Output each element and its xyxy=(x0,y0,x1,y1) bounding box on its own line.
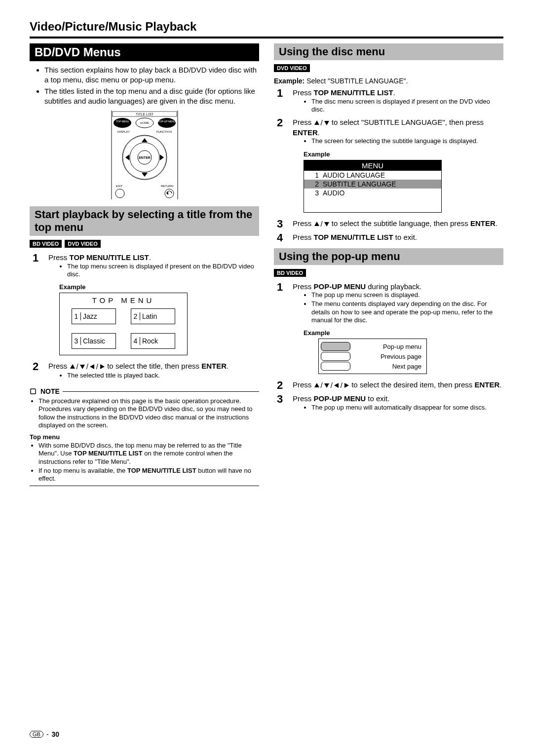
page-title: Video/Picture/Music Playback xyxy=(30,20,503,38)
svg-text:TITLE LIST: TITLE LIST xyxy=(136,113,154,116)
left-column: BD/DVD Menus This section explains how t… xyxy=(30,43,259,493)
step-number: 3 xyxy=(277,394,286,413)
svg-marker-32 xyxy=(324,121,329,125)
step-text: Press /// to select the desired item, th… xyxy=(293,380,503,391)
heading-start-playback: Start playback by selecting a title from… xyxy=(30,206,259,236)
svg-marker-18 xyxy=(125,154,129,160)
step-number: 2 xyxy=(33,361,41,380)
svg-marker-37 xyxy=(334,383,339,388)
svg-text:FUNCTION: FUNCTION xyxy=(156,130,172,133)
footer: GB - 30 xyxy=(30,730,59,738)
example-label: Example xyxy=(304,329,503,337)
step-text: Press POP-UP MENU to exit. The pop up me… xyxy=(293,394,503,413)
svg-point-3 xyxy=(114,118,131,128)
badge-dvd-video: DVD VIDEO xyxy=(274,64,310,72)
badge-bd-video: BD VIDEO xyxy=(274,269,306,277)
menu-row: 3AUDIO xyxy=(304,189,441,197)
page-number: 30 xyxy=(52,730,60,738)
svg-point-23 xyxy=(165,189,174,198)
svg-marker-28 xyxy=(80,365,85,369)
top-menu-example: TOP MENU 1Jazz 2Latin 3Classic 4Rock xyxy=(59,293,188,355)
svg-text:POP-UP MENU: POP-UP MENU xyxy=(158,120,176,123)
arrow-up-down-left-right-icon: /// xyxy=(314,380,350,390)
top-menu-cell: 4Rock xyxy=(131,333,175,349)
svg-text:HOME: HOME xyxy=(140,121,149,124)
svg-marker-36 xyxy=(324,383,329,388)
intro-bullet: The titles listed in the top menu and a … xyxy=(44,86,259,106)
svg-marker-30 xyxy=(100,364,105,369)
svg-text:RETURN: RETURN xyxy=(161,185,173,188)
popup-row: Next page xyxy=(321,362,424,371)
svg-marker-16 xyxy=(142,138,148,142)
subheading-top-menu: Top menu xyxy=(30,433,259,441)
note-label: NOTE xyxy=(40,387,60,395)
svg-text:ENTER: ENTER xyxy=(139,156,151,159)
note-bullet: The procedure explained on this page is … xyxy=(38,397,259,429)
top-menu-cell: 3Classic xyxy=(72,333,116,349)
example-line: Example: Select "SUBTITLE LANGUAGE". xyxy=(274,77,503,85)
svg-marker-19 xyxy=(160,154,164,160)
step-number: 3 xyxy=(277,219,286,229)
menu-row: 1AUDIO LANGUAGE xyxy=(304,171,441,180)
step-text: Press / to select "SUBTITLE LANGUAGE", t… xyxy=(293,117,503,147)
svg-marker-33 xyxy=(314,222,319,226)
step-number: 1 xyxy=(277,282,286,326)
top-menu-title: TOP MENU xyxy=(65,296,182,304)
footer-gb: GB xyxy=(30,731,43,738)
svg-marker-35 xyxy=(314,383,319,387)
popup-example: Pop-up menu Previous page Next page xyxy=(318,339,427,374)
intro-bullet: This section explains how to play back a… xyxy=(44,65,259,84)
badge-dvd-video: DVD VIDEO xyxy=(65,240,101,248)
popup-row: Pop-up menu xyxy=(321,342,424,351)
step-number: 2 xyxy=(277,380,286,391)
step-text: Press /// to select the title, then pres… xyxy=(48,361,259,380)
svg-point-7 xyxy=(158,118,176,128)
menu-header: MENU xyxy=(304,160,441,171)
svg-text:EXIT: EXIT xyxy=(116,185,123,188)
step-number: 2 xyxy=(277,117,286,147)
svg-text:TOP MENU: TOP MENU xyxy=(115,120,129,123)
svg-marker-29 xyxy=(90,364,94,369)
topmenu-note-bullet: If no top menu is available, the TOP MEN… xyxy=(38,467,259,483)
svg-marker-31 xyxy=(314,120,319,125)
badge-bd-video: BD VIDEO xyxy=(30,240,62,248)
heading-using-popup-menu: Using the pop-up menu xyxy=(274,248,503,265)
step-number: 4 xyxy=(277,232,286,243)
heading-using-disc-menu: Using the disc menu xyxy=(274,43,503,60)
menu-example: MENU 1AUDIO LANGUAGE 2SUBTITLE LANGUAGE … xyxy=(304,160,442,213)
menu-row-selected: 2SUBTITLE LANGUAGE xyxy=(304,180,441,189)
top-menu-cell: 1Jazz xyxy=(72,308,116,324)
example-label: Example xyxy=(304,151,503,158)
svg-point-22 xyxy=(115,189,124,198)
step-number: 1 xyxy=(33,253,41,279)
topmenu-note-bullet: With some BD/DVD discs, the top menu may… xyxy=(38,442,259,466)
example-label: Example xyxy=(59,283,259,291)
arrow-up-down-left-right-icon: /// xyxy=(70,362,106,372)
step-text: Press POP-UP MENU during playback. The p… xyxy=(293,282,503,326)
arrow-up-down-icon: / xyxy=(314,219,330,229)
heading-bd-dvd-menus: BD/DVD Menus xyxy=(30,43,259,61)
step-text: Press TOP MENU/TITLE LIST. The disc menu… xyxy=(293,88,503,114)
remote-illustration: TITLE LIST TOP MENU HOME POP-UP MENU DIS… xyxy=(95,111,194,199)
top-menu-cell: 2Latin xyxy=(131,308,175,324)
arrow-up-down-icon: / xyxy=(314,118,330,128)
svg-marker-38 xyxy=(344,383,349,388)
popup-row: Previous page xyxy=(321,352,424,361)
svg-marker-34 xyxy=(324,222,329,227)
step-number: 1 xyxy=(277,88,286,114)
step-text: Press TOP MENU/TITLE LIST. The top menu … xyxy=(48,253,259,279)
step-text: Press / to select the subtitle language,… xyxy=(293,219,503,229)
note-icon xyxy=(30,388,38,395)
svg-text:DISPLAY: DISPLAY xyxy=(117,130,130,133)
svg-marker-27 xyxy=(70,364,75,369)
step-text: Press TOP MENU/TITLE LIST to exit. xyxy=(293,232,503,243)
right-column: Using the disc menu DVD VIDEO Example: S… xyxy=(274,43,503,493)
svg-marker-17 xyxy=(142,173,148,177)
